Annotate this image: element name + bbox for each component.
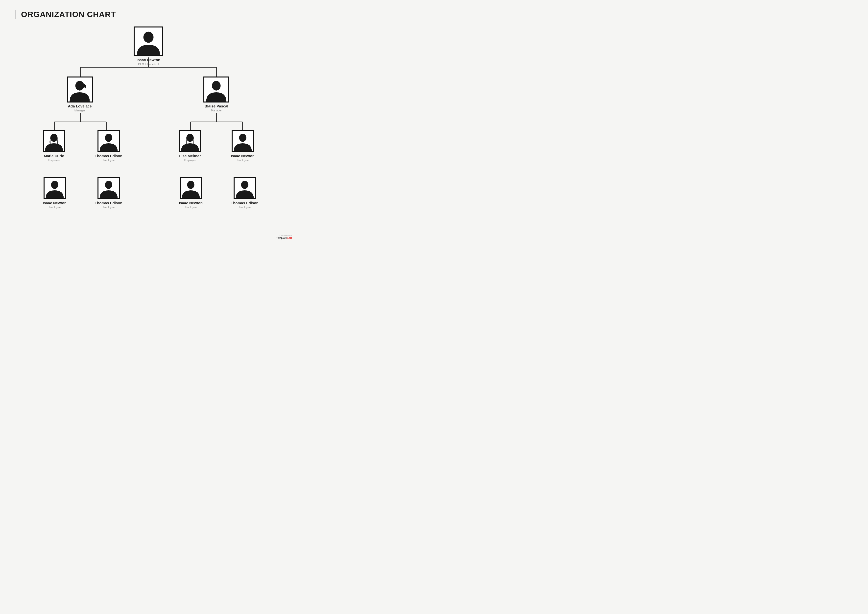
page-title: ORGANIZATION CHART [15, 10, 282, 19]
node-emp8: Thomas Edison Employee [231, 177, 259, 209]
svg-point-25 [239, 134, 246, 142]
photo-emp1 [43, 130, 65, 152]
emp6-name: Thomas Edison [95, 201, 122, 205]
node-emp6: Thomas Edison Employee [95, 177, 122, 209]
watermark-created-by: CREATED BY [276, 235, 292, 237]
emp1-name: Marie Curie [44, 154, 64, 158]
emp4-title: Employee [237, 159, 249, 162]
emp3-name: Lise Meitner [179, 154, 201, 158]
svg-point-29 [105, 181, 112, 189]
svg-point-21 [105, 134, 112, 142]
emp5-name: Isaac Newton [43, 201, 67, 205]
watermark-lab: LAB [287, 237, 292, 239]
photo-emp4 [232, 130, 254, 152]
svg-point-27 [51, 181, 58, 189]
svg-point-23 [186, 134, 194, 142]
emp4-name: Isaac Newton [231, 154, 254, 158]
node-manager2: Blaise Pascal Manager [203, 76, 229, 112]
node-emp3: Lise Meitner Employee [179, 130, 201, 162]
emp8-name: Thomas Edison [231, 201, 259, 205]
svg-point-13 [143, 32, 153, 43]
node-emp4: Isaac Newton Employee [231, 130, 254, 162]
photo-emp5 [43, 177, 66, 199]
node-manager1: Ada Lovelace Manager [67, 76, 93, 112]
watermark-template: Template [276, 237, 287, 239]
photo-emp6 [98, 177, 120, 199]
emp2-title: Employee [102, 159, 115, 162]
ceo-name: Isaac Newton [136, 58, 160, 62]
svg-point-31 [187, 181, 194, 189]
svg-point-19 [50, 134, 57, 142]
photo-ceo [133, 26, 163, 56]
photo-emp8 [234, 177, 256, 199]
emp8-title: Employee [239, 206, 251, 209]
manager2-name: Blaise Pascal [205, 104, 228, 109]
manager1-name: Ada Lovelace [68, 104, 92, 109]
emp5-title: Employee [48, 206, 60, 209]
photo-emp2 [98, 130, 120, 152]
node-ceo: Isaac Newton CEO & President [133, 26, 163, 65]
node-emp2: Thomas Edison Employee [95, 130, 122, 162]
ceo-title: CEO & President [138, 63, 159, 65]
emp1-title: Employee [48, 159, 60, 162]
photo-emp3 [179, 130, 201, 152]
node-emp7: Isaac Newton Employee [179, 177, 203, 209]
manager1-title: Manager [74, 109, 85, 112]
node-emp1: Marie Curie Employee [43, 130, 65, 162]
emp3-title: Employee [184, 159, 196, 162]
emp7-title: Employee [184, 206, 197, 209]
emp6-title: Employee [102, 206, 115, 209]
svg-point-17 [212, 81, 220, 91]
watermark: CREATED BY TemplateLAB [276, 235, 292, 239]
svg-point-15 [75, 81, 84, 91]
manager2-title: Manager [211, 109, 222, 112]
photo-manager1 [67, 76, 93, 103]
emp2-name: Thomas Edison [95, 154, 122, 158]
emp7-name: Isaac Newton [179, 201, 203, 205]
node-emp5: Isaac Newton Employee [43, 177, 67, 209]
svg-point-33 [241, 181, 248, 189]
photo-manager2 [203, 76, 229, 103]
photo-emp7 [180, 177, 202, 199]
